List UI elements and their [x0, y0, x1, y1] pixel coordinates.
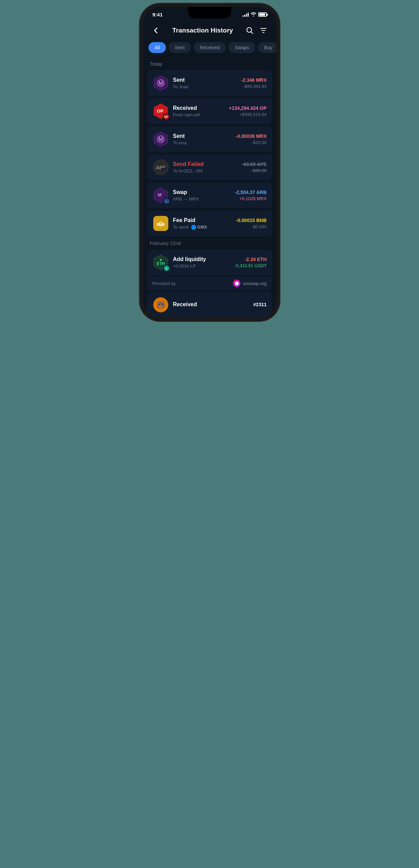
signal-icon — [243, 13, 249, 17]
notch — [188, 7, 231, 18]
svg-marker-20 — [192, 226, 195, 229]
tx-info: Sent To Joao — [173, 77, 237, 89]
provider-name: uniswap.org — [243, 281, 266, 286]
tx-icon-arb-mrx: M A — [153, 187, 169, 204]
tx-amount-primary: -0.00039 MRX — [236, 133, 266, 139]
tx-type: Swap — [173, 189, 231, 195]
tx-amounts: -2.34 ETH -5,310.61 USDT — [235, 257, 267, 268]
tx-amount-primary: -2.346 MRX — [241, 77, 267, 83]
svg-text:BNB: BNB — [157, 222, 165, 226]
tx-amount-primary: #2311 — [253, 302, 267, 307]
tx-icon-ape: APE Ξ — [153, 159, 169, 176]
svg-text:M: M — [158, 80, 163, 86]
tab-swaps[interactable]: Swaps — [228, 42, 255, 53]
tx-amount-secondary: -$99,364.83 — [241, 84, 267, 89]
tab-buy[interactable]: Buy — [258, 42, 276, 53]
tx-type-failed: Send Failed — [173, 161, 238, 167]
tx-detail: From sam.eth — [173, 112, 225, 117]
status-time: 9:41 — [153, 12, 163, 17]
transaction-list-today: M Sent To Joao -2.346 MRX -$99,364.83 OP — [143, 70, 276, 238]
tx-amounts: -2,504.37 ARB +0.1028 MRX — [235, 190, 267, 201]
svg-text:A: A — [166, 200, 167, 203]
tx-detail: To Joao — [173, 84, 237, 89]
tx-info: Send Failed To 0×2f21...f34 — [173, 161, 238, 173]
tx-amount-secondary: -$0.045 — [236, 224, 267, 229]
tx-detail: +0.0034 LP — [173, 263, 231, 269]
provided-by: Provided by uniswap.org — [147, 276, 272, 290]
table-row[interactable]: M Sent To Joao -2.346 MRX -$99,364.83 — [147, 70, 272, 96]
svg-text:🐻: 🐻 — [156, 301, 165, 309]
section-label-today: Today — [143, 59, 276, 70]
tx-detail: ARB → MRX — [173, 196, 231, 202]
table-row[interactable]: 🐻 Received #2311 — [147, 292, 272, 318]
svg-text:T: T — [166, 267, 167, 270]
status-icons — [243, 12, 267, 17]
table-row[interactable]: ◆ ETH T Add liquidity +0.0034 LP -2.34 E… — [147, 249, 272, 275]
phone-frame: 9:41 — [143, 7, 276, 318]
tx-amounts: +134,294.424 OP +$390,519.54 — [229, 105, 266, 117]
tx-amount-secondary: -5,310.61 USDT — [235, 263, 267, 268]
header-actions — [244, 24, 270, 37]
section-label-feb22: February 22nd — [143, 238, 276, 249]
tx-info: Received From sam.eth — [173, 105, 225, 117]
tx-amount-primary: +134,294.424 OP — [229, 105, 266, 111]
tx-amount-primary: -2,504.37 ARB — [235, 190, 267, 195]
tx-amount-primary: -2.34 ETH — [235, 257, 267, 262]
provided-by-source[interactable]: uniswap.org — [233, 280, 266, 287]
tab-received[interactable]: Received — [194, 42, 226, 53]
filter-tabs: All Sent Received Swaps Buy Se... — [143, 42, 276, 59]
tx-type: Sent — [173, 133, 232, 139]
tx-info: Received — [173, 301, 249, 309]
tx-amount-secondary: +$390,519.54 — [229, 112, 266, 117]
tx-amounts: -69.69 APE -$96.55 — [242, 161, 267, 173]
filter-button[interactable] — [257, 24, 270, 37]
tx-amounts: -0.00039 MRX -$20.00 — [236, 133, 266, 145]
tx-type: Received — [173, 105, 225, 111]
tx-detail: To Ana — [173, 140, 232, 145]
tx-icon-op: OP OP — [153, 103, 169, 119]
tx-icon-received: 🐻 — [153, 297, 169, 313]
tx-amount-primary: -69.69 APE — [242, 161, 267, 167]
svg-text:Ξ: Ξ — [163, 169, 165, 172]
tx-amount-secondary: -$20.00 — [236, 140, 266, 145]
tx-type: Add liquidity — [173, 256, 231, 262]
svg-text:M: M — [158, 192, 161, 197]
tx-amount-secondary: -$96.55 — [242, 168, 267, 173]
gmx-icon — [191, 225, 196, 230]
tx-amounts: -0.00015 BNB -$0.045 — [236, 218, 267, 229]
table-row[interactable]: APE Ξ Send Failed To 0×2f21...f34 -69.69… — [147, 154, 272, 180]
table-row[interactable]: M Sent To Ana -0.00039 MRX -$20.00 — [147, 126, 272, 152]
tx-amounts: -2.346 MRX -$99,364.83 — [241, 77, 267, 89]
tx-detail: To send GMX — [173, 224, 232, 230]
wifi-icon — [251, 12, 256, 17]
tx-info: Fee Paid To send GMX — [173, 217, 232, 230]
back-button[interactable] — [150, 24, 162, 37]
tx-info: Swap ARB → MRX — [173, 189, 231, 202]
header: Transaction History — [143, 20, 276, 42]
uniswap-icon — [233, 280, 240, 287]
table-row[interactable]: ⬡ BNB Fee Paid To send GMX -0.0001 — [147, 210, 272, 236]
tx-icon-bnb: ⬡ BNB — [153, 215, 169, 232]
table-row[interactable]: M A Swap ARB → MRX -2,504.37 ARB +0.1028… — [147, 182, 272, 208]
tab-all[interactable]: All — [148, 42, 166, 53]
tx-detail: To 0×2f21...f34 — [173, 168, 238, 173]
table-row[interactable]: OP OP Received From sam.eth +134,294.424… — [147, 98, 272, 124]
svg-text:◆: ◆ — [159, 258, 162, 261]
transaction-list-feb22: ◆ ETH T Add liquidity +0.0034 LP -2.34 E… — [143, 249, 276, 290]
tab-sent[interactable]: Sent — [169, 42, 191, 53]
svg-text:M: M — [158, 137, 163, 142]
tx-type: Sent — [173, 77, 237, 83]
tx-type: Fee Paid — [173, 217, 232, 223]
tx-info: Add liquidity +0.0034 LP — [173, 256, 231, 269]
tx-icon-mrx-2: M — [153, 131, 169, 147]
tx-info: Sent To Ana — [173, 133, 232, 145]
tx-icon-liquidity: ◆ ETH T — [153, 254, 169, 271]
tx-amount-primary: -0.00015 BNB — [236, 218, 267, 223]
tx-amount-secondary: +0.1028 MRX — [235, 196, 267, 201]
battery-icon — [258, 12, 267, 17]
page-title: Transaction History — [162, 27, 244, 34]
tx-amounts: #2311 — [253, 302, 267, 308]
tx-type: Received — [173, 301, 249, 308]
svg-text:OP: OP — [157, 108, 163, 114]
search-button[interactable] — [244, 24, 256, 37]
